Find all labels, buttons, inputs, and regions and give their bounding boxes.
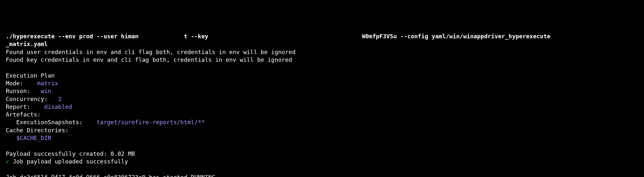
payload-uploaded: Job payload uploaded successfully [9,158,128,165]
concurrency-label: Concurrency: [6,96,58,102]
execution-plan-header: Execution Plan [6,72,55,79]
mode-value: matrix [37,80,58,87]
artefacts-label: Artefacts: [6,111,41,118]
concurrency-value: 2 [58,96,62,102]
report-label: Report: [6,103,44,110]
snapshot-value: target/surefire-reports/html/** [97,119,205,126]
snapshot-label: ExecutionSnapshots: [6,119,97,126]
payload-created: Payload successfully created: 0.02 MB [6,150,135,157]
runson-label: Runson: [6,88,41,94]
runson-value: win [41,88,51,94]
warning-key-cred: Found key credentials in env and cli fla… [6,56,292,63]
cmd-part2: t --key [184,33,208,40]
warning-user-cred: Found user credentials in env and cli fl… [6,49,295,55]
report-value: disabled [44,103,72,110]
cache-label: Cache Directories: [6,127,69,134]
command-line: ./hyperexecute --env prod --user himan t… [6,33,551,47]
terminal-output: ./hyperexecute --env prod --user himan t… [6,33,638,177]
cmd-part3: W0mfpF3VSu --config yaml/win/winappdrive… [362,33,550,40]
mode-label: Mode: [6,80,37,87]
check-icon: ✓ [6,158,9,165]
cmd-wrap: _matrix.yaml [6,41,48,47]
cache-value: $CACHE_DIR [6,135,51,141]
cmd-part1: ./hyperexecute --env prod --user himan [6,33,139,40]
job-started: Job dc3c651f-9f17-4e0d-9666-c0e8306723c0… [6,174,215,177]
